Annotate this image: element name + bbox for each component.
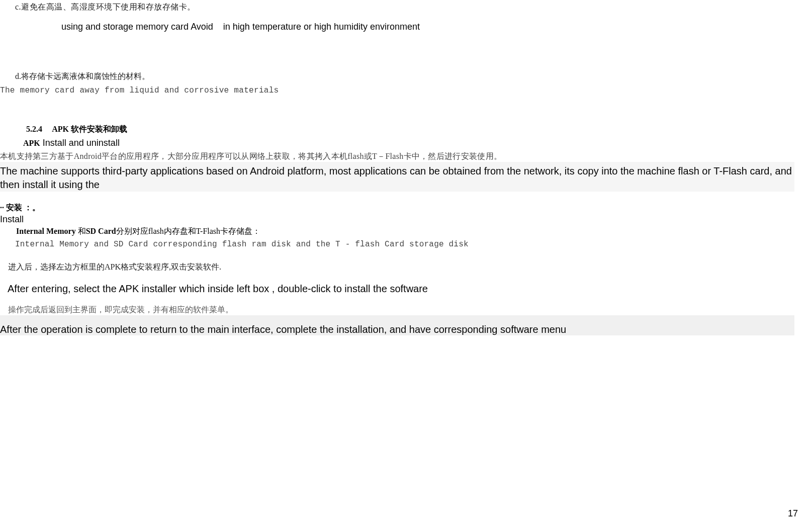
document-content: c.避免在高温、高湿度环境下使用和存放存储卡。 using and storag… [0,0,812,335]
sd-card-bold: SD Card [86,227,116,235]
paragraph-1-chinese: 本机支持第三方基于Android平台的应用程序，大部分应用程序可以从网络上获取，… [0,148,812,162]
point-c-english: using and storage memory card Avoid in h… [0,13,812,32]
section-heading-524-chinese: 5.2.4 APK 软件安装和卸载 [0,95,812,135]
section-title-cn: APK 软件安装和卸载 [52,125,127,133]
apk-label: APK [23,139,40,147]
section-number: 5.2.4 [26,125,42,133]
paragraph-1-english: The machine supports third-party applica… [0,162,794,192]
operation-complete-english: After the operation is complete to retur… [0,315,794,335]
section-title-en: Install and uninstall [40,138,120,148]
install-heading-chinese: ·· 安装 ：。 [0,192,812,213]
internal-memory-chinese: Internal Memory 和SD Card分别对应flash内存盘和T-F… [0,225,812,237]
internal-memory-mid: 和 [76,227,86,235]
after-entering-english: After entering, select the APK installer… [0,273,812,295]
internal-memory-tail: 分别对应flash内存盘和T-Flash卡存储盘： [116,227,260,235]
operation-complete-chinese: 操作完成后返回到主界面，即完成安装，并有相应的软件菜单。 [0,295,812,315]
internal-memory-english: Internal Memory and SD Card correspondin… [0,237,812,249]
page-number: 17 [788,508,798,519]
point-d-chinese: d.将存储卡远离液体和腐蚀性的材料。 [0,32,812,82]
internal-memory-bold: Internal Memory [16,227,76,235]
section-heading-524-english: APK Install and uninstall [0,135,812,148]
after-entering-chinese: 进入后，选择左边方框里的APK格式安装程序,双击安装软件. [0,249,812,273]
point-c-chinese: c.避免在高温、高湿度环境下使用和存放存储卡。 [0,1,812,13]
point-d-english: The memory card away from liquid and cor… [0,82,812,95]
install-heading-english: Install [0,213,812,225]
